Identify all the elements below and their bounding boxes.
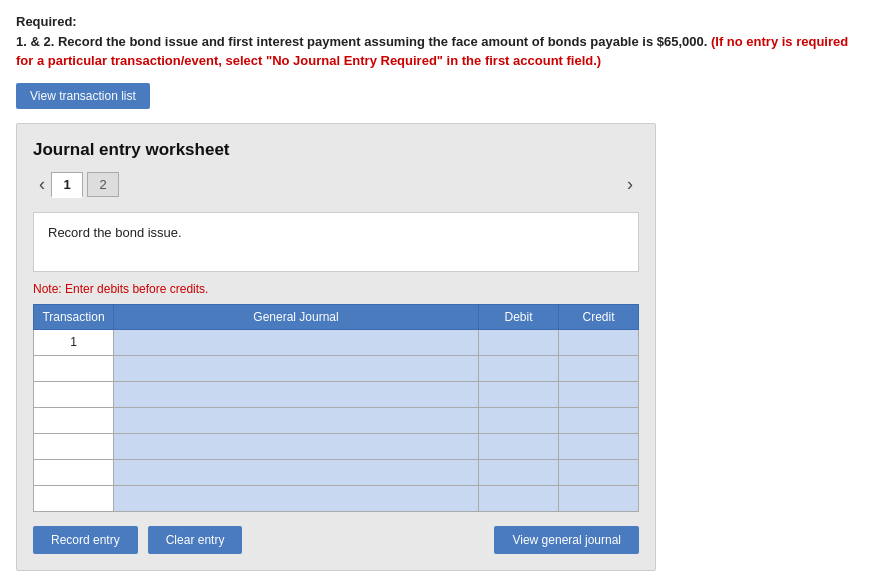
table-row xyxy=(34,459,639,485)
note-text: Note: Enter debits before credits. xyxy=(33,282,639,296)
transaction-number-cell xyxy=(34,355,114,381)
tab-prev-button[interactable]: ‹ xyxy=(33,174,51,195)
required-line2-normal: 1. & 2. Record the bond issue and first … xyxy=(16,34,707,49)
transaction-number-cell xyxy=(34,459,114,485)
table-row xyxy=(34,355,639,381)
credit-input[interactable] xyxy=(559,330,638,355)
credit-input[interactable] xyxy=(559,434,638,459)
credit-input[interactable] xyxy=(559,408,638,433)
journal-entry-worksheet: Journal entry worksheet ‹ 1 2 › Record t… xyxy=(16,123,656,571)
debit-cell[interactable] xyxy=(479,407,559,433)
credit-input[interactable] xyxy=(559,460,638,485)
header-transaction: Transaction xyxy=(34,304,114,329)
debit-cell[interactable] xyxy=(479,459,559,485)
general-journal-cell[interactable] xyxy=(114,485,479,511)
transaction-number-cell xyxy=(34,407,114,433)
debit-input[interactable] xyxy=(479,356,558,381)
general-journal-cell[interactable] xyxy=(114,407,479,433)
transaction-number-cell xyxy=(34,381,114,407)
transaction-number-cell xyxy=(34,433,114,459)
debit-cell[interactable] xyxy=(479,355,559,381)
table-row xyxy=(34,433,639,459)
credit-input[interactable] xyxy=(559,486,638,511)
general-journal-input[interactable] xyxy=(114,486,478,511)
general-journal-input[interactable] xyxy=(114,434,478,459)
debit-input[interactable] xyxy=(479,382,558,407)
header-debit: Debit xyxy=(479,304,559,329)
required-label: Required: xyxy=(16,14,77,29)
action-buttons-row: Record entry Clear entry View general jo… xyxy=(33,526,639,554)
debit-input[interactable] xyxy=(479,460,558,485)
credit-input[interactable] xyxy=(559,382,638,407)
transaction-number-cell xyxy=(34,485,114,511)
tab-next-button[interactable]: › xyxy=(621,174,639,195)
general-journal-cell[interactable] xyxy=(114,459,479,485)
credit-cell[interactable] xyxy=(559,355,639,381)
tab-1[interactable]: 1 xyxy=(51,172,83,198)
credit-input[interactable] xyxy=(559,356,638,381)
debit-input[interactable] xyxy=(479,408,558,433)
instruction-text: Record the bond issue. xyxy=(48,225,182,240)
table-row: 1 xyxy=(34,329,639,355)
debit-cell[interactable] xyxy=(479,433,559,459)
general-journal-cell[interactable] xyxy=(114,381,479,407)
general-journal-input[interactable] xyxy=(114,460,478,485)
table-row xyxy=(34,381,639,407)
journal-table: Transaction General Journal Debit Credit… xyxy=(33,304,639,512)
view-general-journal-button[interactable]: View general journal xyxy=(494,526,639,554)
debit-input[interactable] xyxy=(479,434,558,459)
general-journal-cell[interactable] xyxy=(114,355,479,381)
required-instructions: Required: 1. & 2. Record the bond issue … xyxy=(16,12,861,71)
general-journal-input[interactable] xyxy=(114,382,478,407)
debit-input[interactable] xyxy=(479,486,558,511)
header-general-journal: General Journal xyxy=(114,304,479,329)
clear-entry-button[interactable]: Clear entry xyxy=(148,526,243,554)
general-journal-cell[interactable] xyxy=(114,433,479,459)
general-journal-input[interactable] xyxy=(114,356,478,381)
record-entry-button[interactable]: Record entry xyxy=(33,526,138,554)
instruction-box: Record the bond issue. xyxy=(33,212,639,272)
credit-cell[interactable] xyxy=(559,459,639,485)
credit-cell[interactable] xyxy=(559,407,639,433)
credit-cell[interactable] xyxy=(559,433,639,459)
tab-2[interactable]: 2 xyxy=(87,172,119,197)
table-row xyxy=(34,485,639,511)
general-journal-input[interactable] xyxy=(114,408,478,433)
debit-cell[interactable] xyxy=(479,329,559,355)
transaction-number-cell: 1 xyxy=(34,329,114,355)
tabs-row: ‹ 1 2 › xyxy=(33,172,639,198)
general-journal-input[interactable] xyxy=(114,330,478,355)
general-journal-cell[interactable] xyxy=(114,329,479,355)
credit-cell[interactable] xyxy=(559,485,639,511)
debit-cell[interactable] xyxy=(479,381,559,407)
debit-input[interactable] xyxy=(479,330,558,355)
view-transaction-list-button[interactable]: View transaction list xyxy=(16,83,150,109)
table-row xyxy=(34,407,639,433)
worksheet-title: Journal entry worksheet xyxy=(33,140,639,160)
credit-cell[interactable] xyxy=(559,381,639,407)
header-credit: Credit xyxy=(559,304,639,329)
debit-cell[interactable] xyxy=(479,485,559,511)
credit-cell[interactable] xyxy=(559,329,639,355)
